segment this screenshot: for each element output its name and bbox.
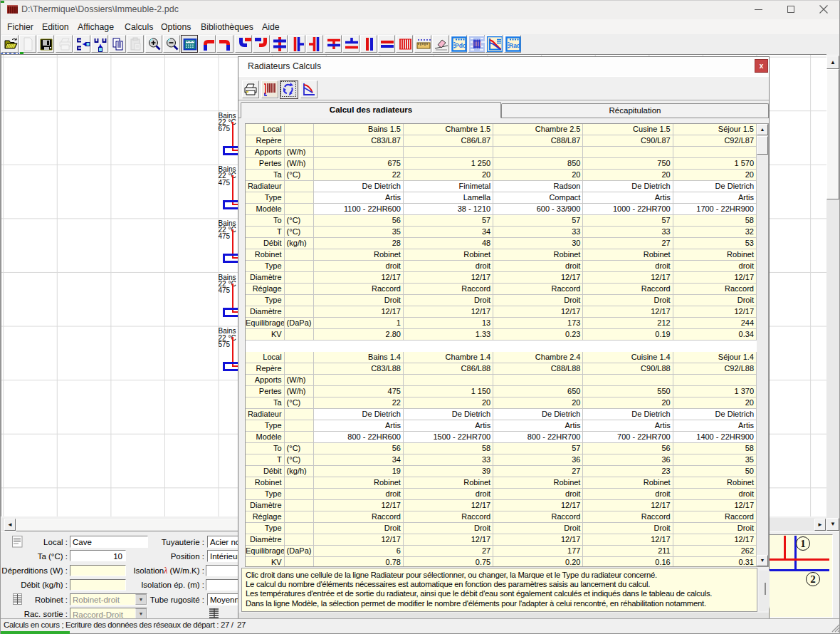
svg-text:Pdc: Pdc [455, 42, 466, 49]
svg-text:Rad: Rad [509, 42, 520, 49]
